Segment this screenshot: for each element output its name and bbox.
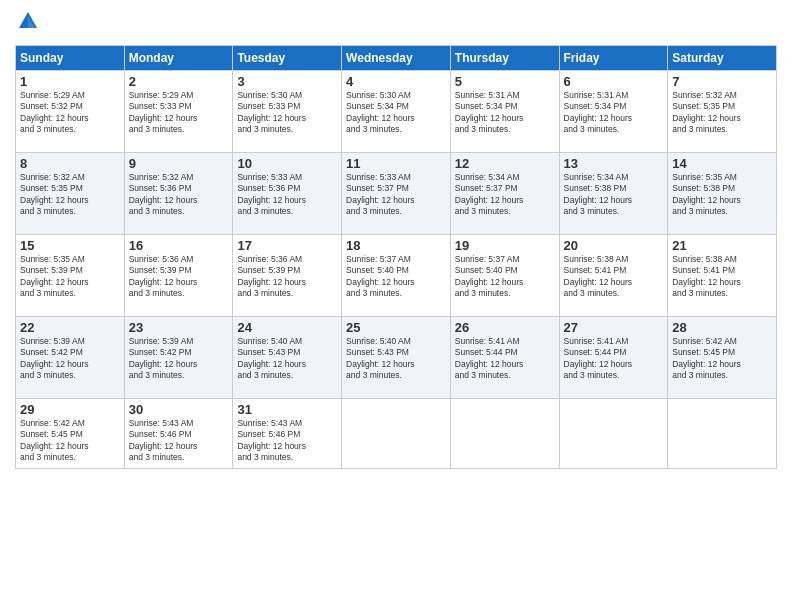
day-number: 18: [346, 238, 446, 253]
day-number: 5: [455, 74, 555, 89]
day-info: Sunrise: 5:40 AMSunset: 5:43 PMDaylight:…: [237, 336, 306, 380]
calendar-cell: 15 Sunrise: 5:35 AMSunset: 5:39 PMDaylig…: [16, 234, 125, 316]
calendar-cell: [668, 398, 777, 468]
calendar-cell: [342, 398, 451, 468]
calendar-cell: 6 Sunrise: 5:31 AMSunset: 5:34 PMDayligh…: [559, 70, 668, 152]
calendar-cell: 9 Sunrise: 5:32 AMSunset: 5:36 PMDayligh…: [124, 152, 233, 234]
day-info: Sunrise: 5:30 AMSunset: 5:33 PMDaylight:…: [237, 90, 306, 134]
day-number: 20: [564, 238, 664, 253]
calendar-cell: [559, 398, 668, 468]
day-number: 2: [129, 74, 229, 89]
day-number: 16: [129, 238, 229, 253]
day-number: 29: [20, 402, 120, 417]
day-number: 30: [129, 402, 229, 417]
week-row-2: 8 Sunrise: 5:32 AMSunset: 5:35 PMDayligh…: [16, 152, 777, 234]
logo: [15, 10, 39, 37]
calendar-cell: 3 Sunrise: 5:30 AMSunset: 5:33 PMDayligh…: [233, 70, 342, 152]
calendar-cell: 4 Sunrise: 5:30 AMSunset: 5:34 PMDayligh…: [342, 70, 451, 152]
day-info: Sunrise: 5:42 AMSunset: 5:45 PMDaylight:…: [20, 418, 89, 462]
day-number: 13: [564, 156, 664, 171]
day-info: Sunrise: 5:35 AMSunset: 5:38 PMDaylight:…: [672, 172, 741, 216]
day-info: Sunrise: 5:41 AMSunset: 5:44 PMDaylight:…: [455, 336, 524, 380]
day-number: 31: [237, 402, 337, 417]
calendar-cell: 10 Sunrise: 5:33 AMSunset: 5:36 PMDaylig…: [233, 152, 342, 234]
day-info: Sunrise: 5:32 AMSunset: 5:35 PMDaylight:…: [20, 172, 89, 216]
day-number: 24: [237, 320, 337, 335]
day-number: 28: [672, 320, 772, 335]
calendar-cell: 23 Sunrise: 5:39 AMSunset: 5:42 PMDaylig…: [124, 316, 233, 398]
calendar-cell: 7 Sunrise: 5:32 AMSunset: 5:35 PMDayligh…: [668, 70, 777, 152]
calendar-cell: 31 Sunrise: 5:43 AMSunset: 5:46 PMDaylig…: [233, 398, 342, 468]
calendar-cell: 21 Sunrise: 5:38 AMSunset: 5:41 PMDaylig…: [668, 234, 777, 316]
day-number: 4: [346, 74, 446, 89]
day-number: 11: [346, 156, 446, 171]
day-info: Sunrise: 5:36 AMSunset: 5:39 PMDaylight:…: [129, 254, 198, 298]
day-number: 26: [455, 320, 555, 335]
day-number: 14: [672, 156, 772, 171]
calendar-cell: 22 Sunrise: 5:39 AMSunset: 5:42 PMDaylig…: [16, 316, 125, 398]
calendar-cell: 25 Sunrise: 5:40 AMSunset: 5:43 PMDaylig…: [342, 316, 451, 398]
day-number: 19: [455, 238, 555, 253]
header-tuesday: Tuesday: [233, 45, 342, 70]
day-info: Sunrise: 5:33 AMSunset: 5:37 PMDaylight:…: [346, 172, 415, 216]
calendar-cell: 24 Sunrise: 5:40 AMSunset: 5:43 PMDaylig…: [233, 316, 342, 398]
day-info: Sunrise: 5:29 AMSunset: 5:32 PMDaylight:…: [20, 90, 89, 134]
calendar-cell: 26 Sunrise: 5:41 AMSunset: 5:44 PMDaylig…: [450, 316, 559, 398]
day-number: 8: [20, 156, 120, 171]
day-number: 21: [672, 238, 772, 253]
calendar-cell: 18 Sunrise: 5:37 AMSunset: 5:40 PMDaylig…: [342, 234, 451, 316]
day-number: 22: [20, 320, 120, 335]
calendar-cell: 19 Sunrise: 5:37 AMSunset: 5:40 PMDaylig…: [450, 234, 559, 316]
day-info: Sunrise: 5:43 AMSunset: 5:46 PMDaylight:…: [237, 418, 306, 462]
week-row-4: 22 Sunrise: 5:39 AMSunset: 5:42 PMDaylig…: [16, 316, 777, 398]
day-number: 27: [564, 320, 664, 335]
day-info: Sunrise: 5:33 AMSunset: 5:36 PMDaylight:…: [237, 172, 306, 216]
header-monday: Monday: [124, 45, 233, 70]
day-info: Sunrise: 5:32 AMSunset: 5:36 PMDaylight:…: [129, 172, 198, 216]
day-number: 23: [129, 320, 229, 335]
header-sunday: Sunday: [16, 45, 125, 70]
calendar-cell: 1 Sunrise: 5:29 AMSunset: 5:32 PMDayligh…: [16, 70, 125, 152]
week-row-3: 15 Sunrise: 5:35 AMSunset: 5:39 PMDaylig…: [16, 234, 777, 316]
day-number: 3: [237, 74, 337, 89]
calendar-cell: [450, 398, 559, 468]
calendar-cell: 12 Sunrise: 5:34 AMSunset: 5:37 PMDaylig…: [450, 152, 559, 234]
day-info: Sunrise: 5:31 AMSunset: 5:34 PMDaylight:…: [455, 90, 524, 134]
day-info: Sunrise: 5:37 AMSunset: 5:40 PMDaylight:…: [455, 254, 524, 298]
calendar-cell: 16 Sunrise: 5:36 AMSunset: 5:39 PMDaylig…: [124, 234, 233, 316]
day-info: Sunrise: 5:39 AMSunset: 5:42 PMDaylight:…: [20, 336, 89, 380]
day-info: Sunrise: 5:41 AMSunset: 5:44 PMDaylight:…: [564, 336, 633, 380]
header-row: SundayMondayTuesdayWednesdayThursdayFrid…: [16, 45, 777, 70]
day-info: Sunrise: 5:43 AMSunset: 5:46 PMDaylight:…: [129, 418, 198, 462]
header: [15, 10, 777, 37]
day-info: Sunrise: 5:29 AMSunset: 5:33 PMDaylight:…: [129, 90, 198, 134]
calendar-cell: 27 Sunrise: 5:41 AMSunset: 5:44 PMDaylig…: [559, 316, 668, 398]
day-info: Sunrise: 5:32 AMSunset: 5:35 PMDaylight:…: [672, 90, 741, 134]
week-row-1: 1 Sunrise: 5:29 AMSunset: 5:32 PMDayligh…: [16, 70, 777, 152]
day-info: Sunrise: 5:36 AMSunset: 5:39 PMDaylight:…: [237, 254, 306, 298]
day-info: Sunrise: 5:31 AMSunset: 5:34 PMDaylight:…: [564, 90, 633, 134]
day-info: Sunrise: 5:42 AMSunset: 5:45 PMDaylight:…: [672, 336, 741, 380]
day-number: 1: [20, 74, 120, 89]
day-number: 12: [455, 156, 555, 171]
header-thursday: Thursday: [450, 45, 559, 70]
day-number: 10: [237, 156, 337, 171]
calendar-cell: 2 Sunrise: 5:29 AMSunset: 5:33 PMDayligh…: [124, 70, 233, 152]
day-number: 6: [564, 74, 664, 89]
day-info: Sunrise: 5:40 AMSunset: 5:43 PMDaylight:…: [346, 336, 415, 380]
calendar-cell: 17 Sunrise: 5:36 AMSunset: 5:39 PMDaylig…: [233, 234, 342, 316]
day-number: 15: [20, 238, 120, 253]
calendar-cell: 13 Sunrise: 5:34 AMSunset: 5:38 PMDaylig…: [559, 152, 668, 234]
day-info: Sunrise: 5:34 AMSunset: 5:37 PMDaylight:…: [455, 172, 524, 216]
day-info: Sunrise: 5:30 AMSunset: 5:34 PMDaylight:…: [346, 90, 415, 134]
calendar-cell: 28 Sunrise: 5:42 AMSunset: 5:45 PMDaylig…: [668, 316, 777, 398]
day-number: 9: [129, 156, 229, 171]
calendar-cell: 5 Sunrise: 5:31 AMSunset: 5:34 PMDayligh…: [450, 70, 559, 152]
calendar-cell: 8 Sunrise: 5:32 AMSunset: 5:35 PMDayligh…: [16, 152, 125, 234]
header-saturday: Saturday: [668, 45, 777, 70]
day-number: 7: [672, 74, 772, 89]
calendar-container: SundayMondayTuesdayWednesdayThursdayFrid…: [0, 0, 792, 612]
day-info: Sunrise: 5:37 AMSunset: 5:40 PMDaylight:…: [346, 254, 415, 298]
logo-icon: [17, 10, 39, 32]
day-info: Sunrise: 5:34 AMSunset: 5:38 PMDaylight:…: [564, 172, 633, 216]
